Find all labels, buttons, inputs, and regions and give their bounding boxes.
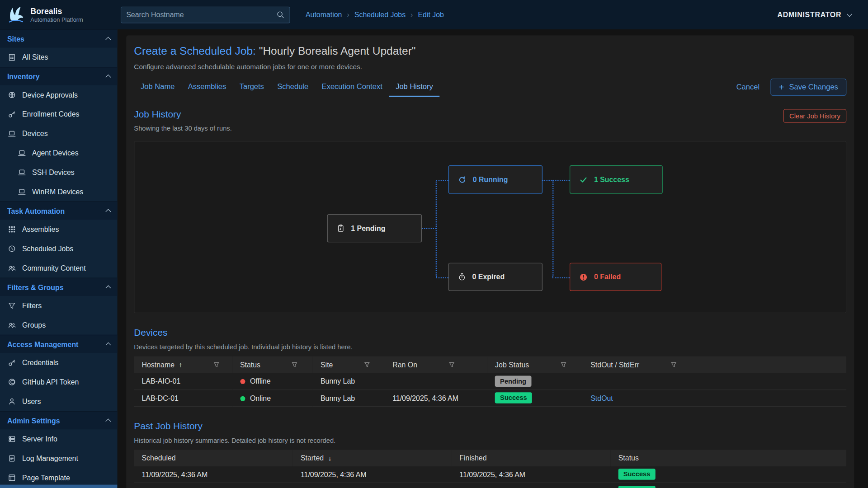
sidebar-section-inventory[interactable]: Inventory: [0, 67, 118, 85]
filter-icon[interactable]: [364, 361, 371, 368]
sidebar-item-agent-devices[interactable]: Agent Devices: [0, 143, 118, 163]
sidebar-section-admin-settings[interactable]: Admin Settings: [0, 411, 118, 429]
alert-icon: [579, 272, 588, 282]
sidebar-item-server-info[interactable]: Server Info: [0, 429, 118, 449]
filter-icon[interactable]: [560, 361, 567, 368]
page-subtitle: Configure advanced schedulable automatio…: [134, 63, 846, 71]
past-job-started: 11/09/2025, 4:36 AM: [293, 466, 452, 483]
tab-schedule[interactable]: Schedule: [271, 77, 315, 97]
sidebar-item-label: Scheduled Jobs: [22, 244, 73, 253]
save-changes-button[interactable]: + Save Changes: [771, 79, 847, 96]
flow-connector: [542, 180, 570, 181]
page-title-job-name: "Hourly Borealis Agent Updater": [256, 45, 416, 57]
sidebar-section-task-automation[interactable]: Task Automation: [0, 202, 118, 220]
search-icon[interactable]: [276, 10, 284, 19]
search-box[interactable]: [121, 6, 290, 23]
sidebar-item-label: Device Approvals: [22, 91, 78, 99]
filter-icon[interactable]: [670, 361, 677, 368]
column-header-scheduled[interactable]: Scheduled: [134, 450, 292, 466]
tab-execution-context[interactable]: Execution Context: [315, 77, 389, 97]
flow-node-success: 1 Success: [570, 165, 663, 193]
sidebar-item-assemblies[interactable]: Assemblies: [0, 220, 118, 239]
status-dot-icon: [240, 396, 245, 401]
clipboard-icon: [336, 224, 344, 232]
past-job-finished: 11/09/2025, 3:37 AM: [452, 483, 610, 488]
laptop-icon: [17, 187, 26, 196]
sidebar-scroll-indicator[interactable]: [0, 485, 118, 488]
brand[interactable]: Borealis Automation Platform: [0, 0, 118, 29]
sidebar-item-label: Assemblies: [22, 225, 59, 233]
tab-job-name[interactable]: Job Name: [134, 77, 181, 97]
person-icon: [7, 397, 16, 406]
key-icon: [7, 110, 16, 119]
clear-job-history-button[interactable]: Clear Job History: [783, 109, 847, 123]
user-menu[interactable]: ADMINISTRATOR: [778, 10, 852, 19]
sidebar-section-sites[interactable]: Sites: [0, 29, 118, 47]
tab-job-history[interactable]: Job History: [389, 77, 439, 97]
sidebar-item-log-management[interactable]: Log Management: [0, 449, 118, 468]
laptop-icon: [17, 168, 26, 177]
flow-connector: [552, 180, 553, 277]
sidebar-item-ssh-devices[interactable]: SSH Devices: [0, 163, 118, 182]
flow-node-pending-label: 1 Pending: [351, 224, 385, 232]
people-icon: [7, 263, 16, 272]
sidebar-section-access-management[interactable]: Access Management: [0, 335, 118, 353]
borealis-logo-icon: [5, 4, 26, 25]
sidebar-item-label: Credentials: [22, 358, 59, 366]
column-header-finished[interactable]: Finished: [452, 450, 610, 466]
sidebar-item-devices[interactable]: Devices: [0, 124, 118, 143]
template-icon: [7, 474, 16, 483]
breadcrumb: Automation›Scheduled Jobs›Edit Job: [306, 10, 444, 19]
device-row: LAB-DC-01OnlineBunny Lab11/09/2025, 4:36…: [134, 389, 846, 406]
column-header-status[interactable]: Status: [611, 450, 847, 466]
sidebar-item-filters[interactable]: Filters: [0, 296, 118, 315]
cancel-button[interactable]: Cancel: [736, 83, 760, 91]
sidebar-item-label: SSH Devices: [32, 168, 75, 176]
sidebar-item-all-sites[interactable]: All Sites: [0, 47, 118, 67]
sort-desc-icon: ↓: [328, 454, 331, 462]
flow-connector: [552, 277, 570, 278]
column-header-stdout-stderr[interactable]: StdOut / StdErr: [583, 357, 846, 373]
breadcrumb-item-automation[interactable]: Automation: [306, 10, 342, 19]
devices-table-header: Hostname↑StatusSiteRan OnJob StatusStdOu…: [134, 357, 846, 373]
sidebar-section-filters-groups[interactable]: Filters & Groups: [0, 278, 118, 296]
sidebar-item-enrollment-codes[interactable]: Enrollment Codes: [0, 104, 118, 124]
chevron-up-icon: [105, 285, 111, 291]
sidebar-item-winrm-devices[interactable]: WinRM Devices: [0, 182, 118, 202]
sort-asc-icon: ↑: [179, 361, 182, 368]
filter-icon[interactable]: [292, 361, 298, 368]
breadcrumb-item-edit-job[interactable]: Edit Job: [418, 10, 444, 19]
sidebar-item-groups[interactable]: Groups: [0, 315, 118, 335]
clock-icon: [7, 244, 16, 253]
column-header-job-status[interactable]: Job Status: [487, 357, 583, 373]
sidebar-item-users[interactable]: Users: [0, 392, 118, 411]
stdout-link[interactable]: StdOut: [590, 394, 613, 402]
tab-assemblies[interactable]: Assemblies: [181, 77, 233, 97]
device-hostname: LAB-AIO-01: [134, 373, 232, 389]
column-header-hostname[interactable]: Hostname↑: [134, 357, 232, 373]
filter-icon[interactable]: [448, 361, 455, 368]
topbar: Borealis Automation Platform Automation›…: [0, 0, 868, 29]
breadcrumb-item-scheduled-jobs[interactable]: Scheduled Jobs: [354, 10, 406, 19]
device-stdout: StdOut: [583, 389, 846, 406]
column-header-site[interactable]: Site: [313, 357, 385, 373]
column-header-started[interactable]: Started↓: [293, 450, 452, 466]
sidebar-section-label: Admin Settings: [7, 416, 60, 424]
column-header-status[interactable]: Status: [232, 357, 313, 373]
tab-targets[interactable]: Targets: [233, 77, 271, 97]
sidebar-item-label: Server Info: [22, 435, 57, 443]
past-job-status: Success: [611, 483, 847, 488]
sidebar-item-label: Enrollment Codes: [22, 110, 80, 118]
sidebar-item-github-api-token[interactable]: GitHub API Token: [0, 372, 118, 392]
sidebar-item-device-approvals[interactable]: Device Approvals: [0, 85, 118, 105]
sidebar-item-credentials[interactable]: Credentials: [0, 353, 118, 372]
sidebar-item-scheduled-jobs[interactable]: Scheduled Jobs: [0, 239, 118, 258]
chevron-up-icon: [105, 418, 111, 424]
search-input[interactable]: [126, 10, 276, 19]
sidebar-item-community-content[interactable]: Community Content: [0, 258, 118, 278]
key-icon: [7, 358, 16, 367]
column-header-ran-on[interactable]: Ran On: [385, 357, 487, 373]
past-job-scheduled: 11/09/2025, 3:36 AM: [134, 483, 292, 488]
filter-icon[interactable]: [213, 361, 220, 368]
people-icon: [7, 321, 16, 330]
